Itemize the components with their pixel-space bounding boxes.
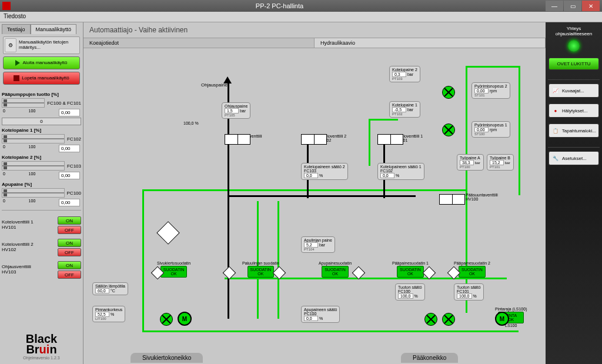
version-label: Ohjelmaversio 1.2.3 (4, 356, 79, 360)
center-panel: Automaattiajo - Vaihe aktiivinen Koeajot… (83, 22, 546, 364)
tyopaineB-gauge: Työpaine B 15,2 bar PT101 (487, 154, 514, 171)
apulinja-gauge: Apulinjan paine 5,2 bar PT104 (301, 236, 335, 253)
kp2-label: Kotelopaine 2 [%] (2, 155, 81, 160)
valve-hv101-control: Koteloventtiili 1 HV101 ON OFF (2, 216, 81, 234)
kotelopaine2-gauge: Kotelopaine 2 0,3 bar PT103 (389, 66, 420, 82)
log-icon: 📋 (551, 126, 560, 135)
apu-slider[interactable] (2, 188, 65, 198)
tab-koeajotiedot[interactable]: Koeajotiedot (83, 38, 315, 48)
hv102-on-button[interactable]: ON (58, 239, 81, 247)
alert-icon: ● (551, 106, 560, 115)
apupaine-filter: Apupainesuodatin SUODATIN OK (319, 261, 352, 278)
menubar: Tiedosto (0, 12, 602, 22)
alarms-button[interactable]: ● Hälytykset... (549, 103, 599, 118)
kp1-slider[interactable] (2, 134, 65, 143)
hv102-off-button[interactable]: OFF (58, 248, 81, 256)
zero-button[interactable]: 0 (2, 118, 81, 125)
menu-file[interactable]: Tiedosto (4, 13, 26, 19)
unit-sivukierto: Sivukiertokoneikko (131, 353, 203, 363)
settings-button[interactable]: 🔧 Asetukset... (549, 151, 599, 165)
apupaine-label: Apupaine [%] (2, 182, 81, 187)
start-manual-button[interactable]: Aloita manuaalikäyttö (3, 56, 80, 69)
kps2-box: Kotelopaineen säätö 2 FC103 0,0 % (301, 163, 348, 180)
temp-box: Säiliön lämpötila 60,0 °C (92, 282, 128, 295)
fan-icon (442, 86, 455, 99)
hv101-on-button[interactable]: ON (58, 216, 81, 225)
chart-icon: 📈 (551, 86, 560, 95)
fan-icon (442, 123, 455, 136)
tuot101-box: Tuoton säätö FC101 100,0 % (454, 283, 484, 300)
hv101-valve-icon (377, 134, 403, 145)
stop-icon (14, 75, 19, 81)
manual-settings-button[interactable]: ⚙ Manuaalikäytön tietojen määritys... (3, 36, 80, 54)
pump-icon (160, 313, 173, 326)
connection-led-icon (568, 40, 580, 52)
app-icon (2, 2, 11, 10)
hydraulic-diagram: Ohjauspaine Ohjauspaine 1,5 bar PT105 10… (83, 48, 546, 364)
hv103-valve-icon (225, 134, 250, 145)
tab-hydraulikaavio[interactable]: Hydraulikaavio (315, 38, 546, 48)
fc103-label: FC103 (67, 163, 81, 169)
doors-locked-button[interactable]: OVET LUKITTU (549, 58, 599, 70)
unit-paakoneikko: Pääkoneikko (401, 353, 458, 363)
rpm2-gauge: Pyörimisnopeus 2 0,00 rpm ST101 (471, 82, 510, 99)
sivukierto-filter: Sivukiertosuodatin SUODATIN OK (157, 261, 190, 278)
pc100-label: PC100 (67, 191, 81, 196)
minimize-button[interactable]: — (546, 1, 563, 11)
maximize-button[interactable]: ▭ (564, 1, 581, 11)
pump-output-label: Pääpumppujen tuotto [%] (2, 92, 81, 97)
apupc-box: Apupaineen säätö PC100 0,0 % (301, 306, 340, 323)
pump-slider[interactable] (2, 98, 45, 108)
valve-hv103-control: Ohjausventtiili HV103 ON OFF (2, 261, 81, 279)
hv100-valve-icon (439, 194, 465, 205)
pump-icon (442, 313, 455, 326)
kotelopaine1-gauge: Kotelopaine 1 -0,5 bar PT102 (389, 101, 420, 118)
paluulinja-filter: Paluulinjan suodatin SUODATIN OK (242, 261, 279, 278)
main-header: Automaattiajo - Vaihe aktiivinen (83, 22, 546, 38)
titlebar: PP-2 PC-hallinta — ▭ ✕ (0, 0, 602, 12)
window-title: PP-2 PC-hallinta (14, 2, 545, 9)
events-button[interactable]: 📋 Tapahtumaloki... (549, 123, 599, 138)
ohjauspaine-gauge: Ohjauspaine 1,5 bar PT105 (222, 102, 250, 119)
hv101-off-button[interactable]: OFF (58, 226, 81, 234)
charts-button[interactable]: 📈 Kuvaajat... (549, 84, 599, 98)
hv102-valve-icon (301, 134, 327, 145)
tab-testiajo[interactable]: Testiajo (2, 24, 31, 34)
fc100-value[interactable]: 0,00 (59, 109, 80, 116)
tab-manuaalikaytto[interactable]: Manuaalikäyttö (31, 24, 77, 34)
logo: Black Bruin Ohjelmaversio 1.2.3 (2, 331, 81, 362)
range-label: 100,0 % (183, 121, 199, 125)
paapaine1-filter: Pääpainesuodatin 1 SUODATIN OK (392, 261, 429, 278)
rpm1-gauge: Pyörimisnopeus 1 0,00 rpm ST100 (471, 121, 510, 138)
motor-icon: M (178, 312, 192, 326)
wrench-icon: 🔧 (551, 154, 560, 162)
kp2-slider[interactable] (2, 161, 65, 171)
fc102-label: FC102 (67, 136, 81, 142)
gear-icon: ⚙ (5, 38, 16, 52)
kp1-label: Kotelopaine 1 [%] (2, 128, 81, 133)
close-button[interactable]: ✕ (582, 1, 600, 11)
tuot100-box: Tuoton säätö FC100 100,0 % (395, 283, 425, 300)
hv100-label: Pääsuuntaventtiili HV100 (466, 193, 498, 201)
hv103-on-button[interactable]: ON (58, 261, 81, 269)
fc103-value[interactable]: 0,00 (59, 172, 80, 179)
valve-hv102-control: Koteloventtiili 2 HV102 ON OFF (2, 239, 81, 256)
stop-manual-button[interactable]: Lopeta manuaalikäyttö (3, 72, 80, 85)
pc100-value[interactable]: 0,00 (59, 199, 80, 206)
hv103-off-button[interactable]: OFF (58, 271, 81, 279)
tyopaineA-gauge: Työpaine A 38,3 bar PT100 (457, 154, 484, 171)
paapaine2-filter: Pääpainesuodatin 2 SUODATIN OK (454, 261, 490, 278)
kps1-box: Kotelopaineen säätö 1 FC102 0,0 % (377, 163, 424, 180)
level-box: Pinnankorkeus 52,5 % LIT100 (92, 306, 125, 322)
play-icon (15, 60, 20, 66)
pump-icon (424, 313, 437, 326)
sidebar-right: Yhteys ohjauslaitteeseen OVET LUKITTU 📈 … (546, 22, 602, 364)
fc100-fc101-label: FC100 & FC101 (47, 101, 81, 106)
fc102-value[interactable]: 0,00 (59, 145, 80, 152)
heat-exchanger-icon (156, 221, 180, 245)
connection-label: Yhteys ohjauslaitteeseen (548, 26, 600, 36)
motor-icon: M (495, 312, 509, 326)
sidebar-left: Testiajo Manuaalikäyttö ⚙ Manuaalikäytön… (0, 22, 83, 364)
